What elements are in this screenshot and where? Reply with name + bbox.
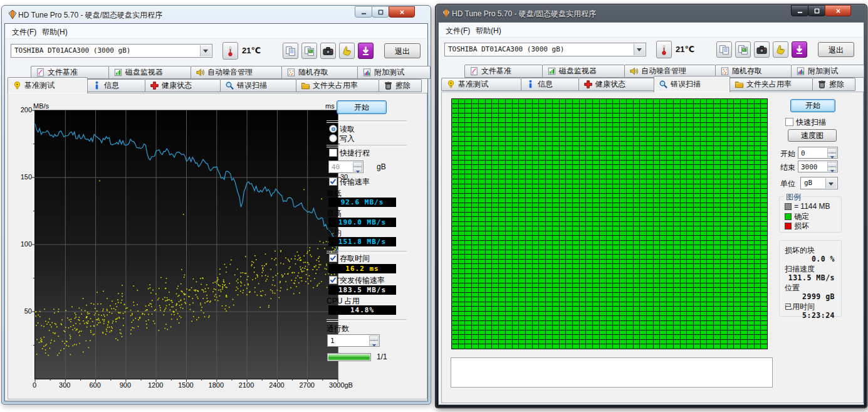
- scan-block: [734, 344, 740, 349]
- tab-health[interactable]: 健康状态: [578, 78, 654, 91]
- copy-text-button[interactable]: [716, 41, 732, 58]
- scan-block: [472, 255, 478, 259]
- spin-up-icon[interactable]: [369, 335, 379, 341]
- transfer-rate-label[interactable]: 传输速率: [340, 177, 370, 188]
- short-stroke-checkbox[interactable]: [329, 149, 337, 157]
- tab-error-scan[interactable]: 错误扫描: [220, 79, 296, 92]
- scan-block: [580, 340, 586, 344]
- update-download-button[interactable]: [358, 43, 374, 59]
- spin-down-icon[interactable]: [369, 341, 379, 346]
- spin-up-icon[interactable]: [827, 162, 837, 167]
- menu-file[interactable]: 文件(F): [443, 26, 473, 36]
- scan-block: [714, 340, 720, 344]
- scan-block: [546, 114, 552, 118]
- pass-count-spinner[interactable]: 1: [327, 334, 380, 347]
- access-time-label[interactable]: 存取时间: [340, 253, 370, 264]
- close-button[interactable]: [825, 5, 851, 16]
- tab-file-benchmark[interactable]: 文件基准: [464, 65, 543, 78]
- scan-end-spinner[interactable]: 3000: [798, 161, 838, 172]
- tab-folder-usage[interactable]: 文件夹占用率: [729, 78, 813, 91]
- minimize-button[interactable]: [355, 6, 372, 18]
- tab-error-scan[interactable]: 错误扫描: [654, 76, 730, 92]
- tab-folder-usage[interactable]: 文件夹占用率: [296, 79, 379, 92]
- scan-block: [607, 231, 613, 236]
- quick-scan-label[interactable]: 快速扫描: [796, 117, 826, 128]
- maximize-button[interactable]: [372, 6, 389, 18]
- scan-block: [728, 213, 734, 217]
- scan-block: [586, 312, 592, 316]
- spin-down-icon[interactable]: [827, 167, 837, 172]
- tab-benchmark[interactable]: 基准测试: [441, 78, 521, 91]
- write-radio[interactable]: [329, 134, 337, 142]
- close-button[interactable]: [389, 6, 415, 18]
- scan-block: [593, 264, 599, 268]
- scan-block: [479, 274, 485, 278]
- spin-up-icon[interactable]: [827, 148, 837, 153]
- access-time-checkbox[interactable]: [329, 254, 337, 262]
- temperature-button[interactable]: [222, 42, 238, 60]
- write-radio-label[interactable]: 写入: [340, 134, 355, 144]
- scan-block: [607, 217, 613, 221]
- short-stroke-spinner[interactable]: 40: [328, 161, 363, 173]
- options-button[interactable]: [339, 43, 355, 59]
- tab-random-access[interactable]: 随机存取: [281, 66, 358, 79]
- scan-block: [499, 344, 505, 349]
- unit-select[interactable]: gB: [800, 177, 838, 189]
- exit-button[interactable]: 退出: [384, 43, 421, 58]
- scan-block: [607, 245, 613, 250]
- drive-select[interactable]: TOSHIBA DT01ACA300 (3000 gB): [444, 43, 646, 56]
- titlebar[interactable]: HD Tune Pro 5.70 - 硬盘/固态硬盘实用程序: [2, 6, 431, 23]
- tab-extra-test[interactable]: 附加测试: [357, 66, 431, 79]
- scan-block: [707, 325, 713, 330]
- transfer-rate-checkbox[interactable]: [329, 177, 337, 186]
- maximize-button[interactable]: [808, 5, 825, 16]
- scan-block: [492, 250, 498, 255]
- exit-button[interactable]: 退出: [818, 42, 854, 57]
- speed-map-button[interactable]: 速度图: [788, 129, 837, 142]
- spin-down-icon[interactable]: [827, 153, 837, 158]
- start-scan-button[interactable]: 开始: [790, 99, 835, 112]
- tab-info[interactable]: 信息: [521, 78, 579, 91]
- tab-erase[interactable]: 擦除: [379, 79, 422, 92]
- scan-block: [459, 241, 465, 245]
- tab-erase[interactable]: 擦除: [812, 78, 855, 91]
- options-button[interactable]: [773, 41, 788, 58]
- scan-block: [566, 316, 572, 320]
- temperature-button[interactable]: [656, 41, 672, 58]
- tab-benchmark[interactable]: 基准测试: [8, 77, 88, 93]
- screenshot-button[interactable]: [320, 43, 336, 59]
- scan-block: [734, 321, 740, 325]
- scan-block: [627, 127, 633, 132]
- drive-select[interactable]: TOSHIBA DT01ACA300 (3000 gB): [11, 44, 212, 58]
- burst-rate-checkbox[interactable]: [329, 276, 337, 284]
- copy-image-button[interactable]: [735, 41, 751, 58]
- titlebar[interactable]: HD Tune Pro 5.70 - 硬盘/固态硬盘实用程序: [436, 4, 867, 22]
- short-stroke-label[interactable]: 快捷行程: [340, 148, 370, 159]
- tab-info[interactable]: 信息: [87, 79, 145, 92]
- menu-file[interactable]: 文件(F): [9, 27, 39, 38]
- scan-block: [755, 241, 761, 245]
- scan-block: [634, 260, 640, 264]
- tab-disk-monitor[interactable]: 磁盘监视器: [542, 65, 625, 78]
- burst-rate-label[interactable]: 突发传输速率: [340, 275, 385, 286]
- update-download-button[interactable]: [792, 41, 807, 58]
- scan-start-spinner[interactable]: 0: [798, 147, 838, 159]
- error-log-listbox[interactable]: [451, 357, 773, 388]
- tab-disk-monitor[interactable]: 磁盘监视器: [108, 66, 191, 79]
- minimize-button[interactable]: [791, 5, 808, 16]
- copy-text-button[interactable]: [283, 43, 298, 59]
- quick-scan-checkbox[interactable]: [785, 118, 793, 126]
- spin-down-icon[interactable]: [353, 167, 362, 172]
- tab-speaker[interactable]: 自动噪音管理: [191, 66, 282, 79]
- start-benchmark-button[interactable]: 开始: [337, 100, 387, 114]
- screenshot-button[interactable]: [754, 41, 770, 58]
- spin-up-icon[interactable]: [353, 162, 362, 167]
- scan-block: [707, 217, 713, 221]
- read-radio[interactable]: [329, 125, 337, 133]
- menu-help[interactable]: 帮助(H): [39, 27, 70, 38]
- copy-image-button[interactable]: [301, 43, 317, 59]
- tab-extra-test[interactable]: 附加测试: [791, 65, 864, 78]
- tab-health[interactable]: 健康状态: [145, 79, 221, 92]
- menu-help[interactable]: 帮助(H): [473, 26, 504, 36]
- scan-block: [566, 132, 572, 137]
